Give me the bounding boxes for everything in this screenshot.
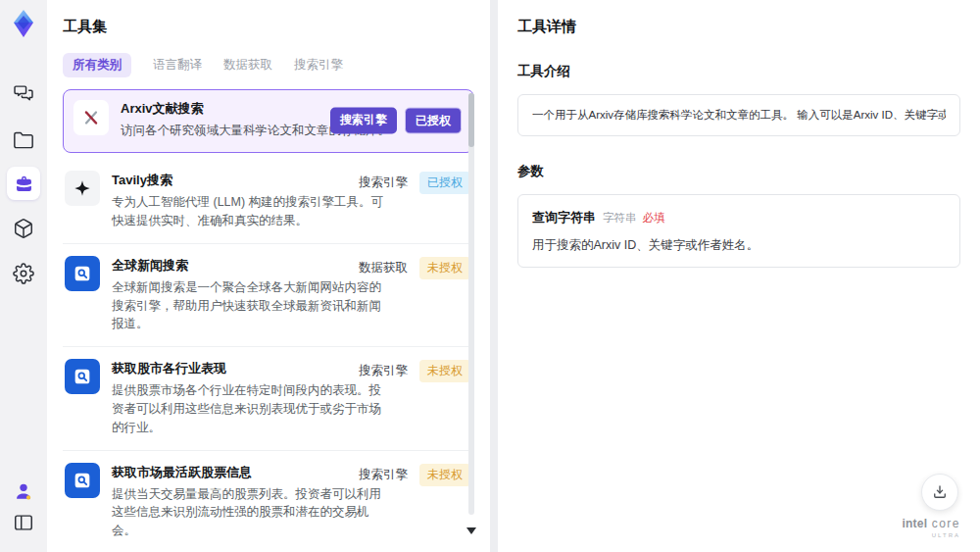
auth-badge: 未授权 xyxy=(419,464,470,486)
scrollbar-thumb[interactable] xyxy=(468,93,474,147)
scroll-down-arrow-icon[interactable] xyxy=(466,527,476,534)
blue-search-icon xyxy=(65,359,100,394)
tab-language-translation[interactable]: 语言翻译 xyxy=(153,53,202,77)
tool-details-panel: 工具详情 工具介绍 一个用于从Arxiv存储库搜索科学论文和文章的工具。 输入可… xyxy=(498,0,980,552)
tool-desc: 提供股票市场各个行业在特定时间段内的表现。投资者可以利用这些信息来识别表现优于或… xyxy=(112,381,393,436)
download-icon xyxy=(931,483,949,501)
details-title: 工具详情 xyxy=(517,18,960,36)
user-icon[interactable] xyxy=(7,475,40,508)
category-tabs: 所有类别 语言翻译 数据获取 搜索引擎 xyxy=(63,53,474,77)
tab-all-categories[interactable]: 所有类别 xyxy=(63,53,131,77)
tool-list-panel: 工具集 所有类别 语言翻译 数据获取 搜索引擎 Arxiv文献搜索 访问各个研究… xyxy=(47,0,490,552)
gear-icon[interactable] xyxy=(7,257,40,290)
param-type: 字符串 xyxy=(603,212,637,224)
param-header: 查询字符串字符串必填 xyxy=(532,208,946,226)
param-box: 查询字符串字符串必填 用于搜索的Arxiv ID、关键字或作者姓名。 xyxy=(517,194,960,268)
param-name: 查询字符串 xyxy=(532,210,596,225)
tool-row-global-news[interactable]: 全球新闻搜索 全球新闻搜索是一个聚合全球各大新闻网站内容的搜索引擎，帮助用户快速… xyxy=(63,244,474,347)
intro-box: 一个用于从Arxiv存储库搜索科学论文和文章的工具。 输入可以是Arxiv ID… xyxy=(517,94,960,136)
selected-badges: 搜索引擎 已授权 xyxy=(330,108,462,134)
param-desc: 用于搜索的Arxiv ID、关键字或作者姓名。 xyxy=(532,237,946,254)
folder-icon[interactable] xyxy=(7,124,40,157)
tool-row-tavily[interactable]: Tavily搜索 专为人工智能代理 (LLM) 构建的搜索引擎工具。可快速提供实… xyxy=(63,159,474,244)
tab-search-engine[interactable]: 搜索引擎 xyxy=(294,53,343,77)
download-button[interactable] xyxy=(921,474,958,511)
tool-meta: 搜索引擎 未授权 xyxy=(359,464,470,486)
briefcase-icon[interactable] xyxy=(7,167,40,200)
arxiv-icon xyxy=(74,100,109,135)
tool-meta: 搜索引擎 已授权 xyxy=(359,172,470,194)
category-label: 搜索引擎 xyxy=(359,175,408,191)
spark-star-icon xyxy=(65,171,100,206)
tool-cards: Arxiv文献搜索 访问各个研究领域大量科学论文和文章的存储库。 搜索引擎 已授… xyxy=(63,89,474,552)
auth-badge: 未授权 xyxy=(419,360,470,382)
intel-core-logo: intel core ULTRA xyxy=(903,515,960,538)
auth-badge: 已授权 xyxy=(419,172,470,194)
blue-search-icon xyxy=(65,256,100,291)
param-required-badge: 必填 xyxy=(643,212,665,224)
icon-rail xyxy=(0,0,47,552)
auth-badge: 已授权 xyxy=(405,108,462,134)
intel-core-text: core xyxy=(932,517,960,530)
split-panel-icon[interactable] xyxy=(7,506,40,539)
page-title: 工具集 xyxy=(63,18,474,36)
category-label: 搜索引擎 xyxy=(359,467,408,483)
scrollbar-track[interactable] xyxy=(468,93,474,515)
cube-icon[interactable] xyxy=(7,212,40,245)
tool-meta: 搜索引擎 未授权 xyxy=(359,360,470,382)
tab-data-acquisition[interactable]: 数据获取 xyxy=(223,53,272,77)
tool-meta: 数据获取 未授权 xyxy=(359,257,470,279)
intel-ultra-text: ULTRA xyxy=(903,532,960,538)
tool-desc: 全球新闻搜索是一个聚合全球各大新闻网站内容的搜索引擎，帮助用户快速获取全球最新资… xyxy=(112,278,393,333)
chat-icon[interactable] xyxy=(7,76,40,110)
intel-logo-text: intel xyxy=(903,517,928,530)
tool-card-arxiv[interactable]: Arxiv文献搜索 访问各个研究领域大量科学论文和文章的存储库。 搜索引擎 已授… xyxy=(63,89,474,153)
category-label: 搜索引擎 xyxy=(359,363,408,379)
tool-desc: 专为人工智能代理 (LLM) 构建的搜索引擎工具。可快速提供实时、准确和真实的结… xyxy=(112,193,393,230)
params-heading: 参数 xyxy=(517,163,960,180)
intro-text: 一个用于从Arxiv存储库搜索科学论文和文章的工具。 输入可以是Arxiv ID… xyxy=(532,108,946,123)
tool-row-stock-sectors[interactable]: 获取股市各行业表现 提供股票市场各个行业在特定时间段内的表现。投资者可以利用这些… xyxy=(63,347,474,450)
tool-row-active-stocks[interactable]: 获取市场最活跃股票信息 提供当天交易量最高的股票列表。投资者可以利用这些信息来识… xyxy=(63,451,474,552)
blue-search-icon xyxy=(65,463,100,498)
app-logo-gem-icon xyxy=(8,7,39,40)
category-badge: 搜索引擎 xyxy=(330,108,397,134)
auth-badge: 未授权 xyxy=(419,257,470,279)
intro-heading: 工具介绍 xyxy=(517,63,960,80)
category-label: 数据获取 xyxy=(359,260,408,276)
tool-desc: 提供当天交易量最高的股票列表。投资者可以利用这些信息来识别流动性强的股票和潜在的… xyxy=(112,485,393,540)
